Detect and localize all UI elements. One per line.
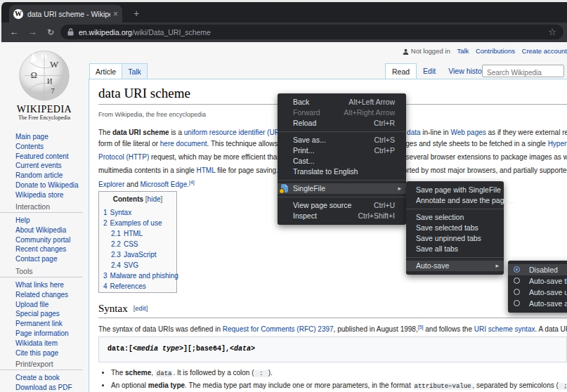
menu-item-back[interactable]: BackAlt+Left Arrow (278, 97, 406, 107)
sidebar-item-page-information[interactable]: Page information (15, 329, 86, 339)
text-segment: data URI scheme (112, 129, 169, 136)
sidebar-item-what-links-here[interactable]: What links here (15, 280, 86, 290)
sidebar-item-community-portal[interactable]: Community portal (15, 235, 86, 245)
wiki-link[interactable]: Explorer (98, 181, 124, 188)
text-segment: . A data URI consists of: (535, 325, 567, 333)
wiki-link[interactable]: URI scheme syntax (474, 325, 535, 333)
tab-close-icon[interactable]: × (113, 9, 118, 19)
menu-item-disabled[interactable]: Disabled (508, 264, 567, 275)
personal-talk-link[interactable]: Talk (457, 47, 469, 55)
menu-item-autosave-this-tab[interactable]: Auto-save this tab (508, 275, 567, 287)
sidebar-item-related-changes[interactable]: Related changes (15, 290, 86, 300)
wiki-link[interactable]: data (407, 129, 420, 136)
sidebar-item-recent-changes[interactable]: Recent changes (15, 244, 86, 254)
toc-item-svg[interactable]: 2.4SVG (103, 260, 176, 270)
search-input[interactable] (483, 67, 563, 79)
wiki-link[interactable]: HTML (197, 167, 216, 175)
text-segment: and (124, 181, 140, 188)
svg-text:Ω: Ω (31, 70, 37, 80)
text-segment: ; (559, 383, 567, 390)
wiki-link[interactable]: Microsoft Edge (141, 181, 188, 188)
menu-item-save-all-tabs[interactable]: Save all tabs (406, 244, 504, 254)
personal-create-account-link[interactable]: Create account (522, 47, 567, 55)
menu-item-cast[interactable]: Cast... (278, 156, 406, 166)
tab-article[interactable]: Article (89, 63, 122, 79)
wiki-link[interactable]: Request for Comments (RFC) 2397 (223, 325, 334, 333)
new-tab-button[interactable]: + (129, 6, 143, 20)
tab-read[interactable]: Read (385, 63, 417, 79)
wiki-link[interactable]: uniform resource identifier (URI) (184, 129, 284, 136)
toc-item-syntax[interactable]: 1Syntax (103, 207, 176, 218)
menu-item-save-selected-tabs[interactable]: Save selected tabs (406, 223, 504, 233)
sidebar-item-permanent-link[interactable]: Permanent link (15, 319, 86, 329)
text-segment: , (151, 369, 155, 377)
toc-item-html[interactable]: 2.1HTML (103, 228, 176, 239)
sidebar-item-create-book[interactable]: Create a book (15, 373, 86, 383)
sidebar-item-wikidata-item[interactable]: Wikidata item (15, 339, 86, 348)
wiki-link[interactable]: here document (160, 140, 207, 148)
toc-item-malware[interactable]: 3Malware and phishing (103, 270, 176, 281)
tab-edit[interactable]: Edit (417, 63, 442, 79)
sidebar-item-about[interactable]: About Wikipedia (15, 226, 86, 235)
tab-talk[interactable]: Talk (122, 63, 148, 79)
sidebar-item-help[interactable]: Help (15, 216, 86, 226)
toc-item-css[interactable]: 2.2CSS (103, 239, 176, 249)
sidebar-item-random-article[interactable]: Random article (15, 171, 86, 181)
sidebar-item-contact[interactable]: Contact page (15, 254, 86, 264)
wiki-link[interactable]: Hypertext Transfer (548, 140, 567, 148)
sidebar-item-current-events[interactable]: Current events (15, 161, 86, 171)
toc-item-references[interactable]: 4References (103, 281, 176, 292)
browser-tab[interactable]: W data URI scheme - Wikipedia × (9, 5, 122, 22)
sidebar-heading-tools: Tools (0, 267, 83, 277)
sidebar-item-store[interactable]: Wikipedia store (15, 190, 86, 200)
toc-item-javascript[interactable]: 2.3JavaScript (103, 249, 176, 260)
menu-item-auto-save[interactable]: Auto-save ▸ (406, 261, 504, 271)
edit-section-link[interactable]: [edit] (133, 304, 148, 312)
menu-item-save-as[interactable]: Save as...Ctrl+S (278, 135, 406, 145)
wiki-link[interactable]: Protocol (HTTP) (98, 153, 149, 161)
menu-item-autosave-all-tabs[interactable]: Auto-save all tabs (508, 298, 567, 309)
toc-hide-link[interactable]: [hide] (145, 195, 162, 203)
menu-item-save-selection[interactable]: Save selection (406, 212, 504, 223)
lock-icon[interactable] (67, 28, 74, 36)
context-menu: BackAlt+Left Arrow ForwardAlt+Right Arro… (278, 93, 406, 225)
back-button[interactable]: ← (7, 25, 21, 39)
wiki-link[interactable]: [4] (189, 180, 195, 185)
sidebar-item-main-page[interactable]: Main page (15, 132, 86, 142)
menu-item-autosave-unpinned[interactable]: Auto-save unpinned tabs (508, 287, 567, 298)
menu-separator (278, 131, 406, 132)
user-icon (403, 48, 409, 56)
forward-button[interactable]: → (25, 25, 39, 39)
menu-item-reload[interactable]: ReloadCtrl+R (278, 118, 406, 129)
menu-item-forward: ForwardAlt+Right Arrow (278, 107, 406, 118)
reload-button[interactable]: ↻ (44, 25, 58, 39)
sidebar-item-contents[interactable]: Contents (15, 142, 86, 152)
wiki-link[interactable]: Web pages (450, 129, 485, 136)
sidebar-item-download-pdf[interactable]: Download as PDF (15, 383, 86, 392)
menu-item-print[interactable]: Print...Ctrl+P (278, 145, 406, 156)
menu-item-translate[interactable]: Translate to English (278, 166, 406, 177)
browser-chrome: W data URI scheme - Wikipedia × + ← → ↻ … (0, 2, 567, 42)
address-bar[interactable]: en.wikipedia.org /wiki/Data_URI_scheme ☆ (60, 25, 563, 39)
sidebar-item-featured-content[interactable]: Featured content (15, 152, 86, 162)
sidebar-item-special-pages[interactable]: Special pages (15, 309, 86, 319)
text-segment: <data> (230, 345, 255, 353)
menu-item-save-page[interactable]: Save page with SingleFile (406, 185, 504, 195)
menu-item-save-unpinned-tabs[interactable]: Save unpinned tabs (406, 233, 504, 244)
wiki-link[interactable]: edit (135, 304, 145, 312)
bookmark-star-icon[interactable]: ☆ (548, 27, 556, 37)
wikipedia-globe-logo[interactable]: W Ω И 7 (16, 46, 72, 103)
menu-item-view-source[interactable]: View page sourceCtrl+U (278, 200, 406, 211)
text-segment: and follows the (424, 325, 474, 333)
sidebar-item-donate[interactable]: Donate to Wikipedia (15, 181, 86, 190)
menu-item-inspect[interactable]: InspectCtrl+Shift+I (278, 211, 406, 221)
wiki-link[interactable]: hide (148, 195, 161, 203)
personal-contributions-link[interactable]: Contributions (476, 47, 515, 55)
wiki-link[interactable]: [5] (418, 325, 424, 329)
menu-item-singlefile[interactable]: SingleFile ▸ (278, 183, 406, 194)
sidebar-item-upload-file[interactable]: Upload file (15, 300, 86, 310)
sidebar-item-cite-this-page[interactable]: Cite this page (15, 348, 86, 358)
menu-item-annotate[interactable]: Annotate and save the page... (406, 195, 504, 206)
toc-item-examples[interactable]: 2Examples of use (103, 218, 176, 228)
namespace-tabs: Article Talk (89, 63, 148, 79)
